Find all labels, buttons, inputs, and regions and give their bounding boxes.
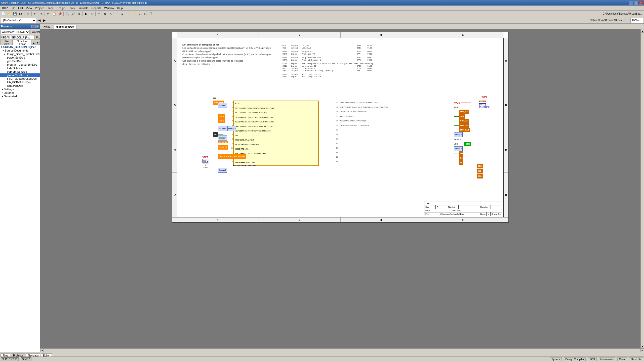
tree-item-global[interactable]: global.SchDoc ▲ [0, 73, 40, 77]
vertical-scrollbar[interactable]: ▲ ▼ [640, 29, 644, 348]
menu-window[interactable]: Window [103, 6, 115, 10]
tb-sheet-label: Sheet [479, 212, 487, 216]
variation-dropdown[interactable]: [No Variations] [1, 18, 36, 23]
status-shortcuts-btn[interactable]: Shortcuts [629, 357, 643, 361]
view-icon-btn2[interactable]: ▼ [36, 41, 39, 45]
variation-next[interactable]: ▶ [42, 18, 46, 22]
tree-item-pcbv3[interactable]: Lib_PCBv3.PcbDoc [0, 80, 40, 84]
menu-file[interactable]: File [9, 6, 17, 10]
select-btn[interactable]: ↖ [108, 11, 113, 17]
scroll-down-btn[interactable]: ▼ [641, 345, 644, 348]
open-btn[interactable]: 📂 [6, 11, 12, 17]
compile-btn[interactable]: ▶ [83, 11, 89, 17]
view-icon-btn1[interactable]: ▲ [32, 41, 35, 45]
bus-btn[interactable]: ≡ [119, 11, 125, 17]
menu-project[interactable]: Project [33, 6, 45, 10]
v3p3-top: V3P3 [481, 96, 487, 98]
tab-home[interactable]: Home [41, 25, 53, 29]
cut-btn[interactable]: ✂ [46, 11, 51, 17]
menu-place[interactable]: Place [45, 6, 55, 10]
tree-item-project[interactable]: ▼ URBAN_BEACON.PrjPcb [0, 45, 40, 49]
tb-file-value: C:\Users\...\global.SchDoc [439, 212, 479, 216]
tb-title-label: Title [424, 202, 451, 205]
project-input[interactable] [1, 35, 34, 40]
scroll-right-btn[interactable]: ► [640, 349, 644, 352]
menu-edit[interactable]: Edit [17, 6, 24, 10]
component-btn[interactable]: □ [143, 11, 148, 17]
zoom-out-btn[interactable]: 🔎 [70, 11, 76, 17]
tree-item-program-debug[interactable]: program_debug.SchDoc [0, 63, 40, 66]
redo-btn[interactable]: ↪ [38, 11, 44, 17]
panel-close-btn[interactable]: ✕ [35, 25, 39, 28]
tree-item-gps[interactable]: gps.SchDoc [0, 59, 40, 63]
menu-help[interactable]: Help [115, 6, 124, 10]
scroll-up-btn[interactable]: ▲ [641, 29, 644, 33]
status-system-btn[interactable]: System [550, 357, 561, 361]
tree-item-settings[interactable]: ▸ Settings [0, 87, 40, 91]
zoom-fit-btn[interactable]: ⊞ [76, 11, 82, 17]
run-btn[interactable]: ▷ [89, 11, 95, 17]
print-btn[interactable]: 🖨 [25, 11, 31, 17]
clear-filter-btn[interactable]: ⊗ [102, 11, 108, 17]
maximize-button[interactable]: □ [634, 1, 638, 5]
left-panel: Projects 📌 ✕ Workspace1.DsnWrk Workspace… [0, 24, 40, 357]
pin-btn[interactable]: → [125, 11, 131, 17]
zoom-input[interactable] [630, 18, 643, 23]
title-block: Title Size A4 Number Revision [424, 202, 502, 216]
menu-dxp[interactable]: DXP [1, 6, 9, 10]
pged-labels: PGED PGEC [218, 114, 225, 123]
menu-reports[interactable]: Reports [90, 6, 103, 10]
v3p3-bottom: V3P3 [203, 156, 209, 158]
new-btn[interactable]: 📄 [1, 11, 6, 17]
tab-global-schdoc[interactable]: global.SchDoc [54, 25, 76, 29]
save-all-btn[interactable]: 🗂 [18, 11, 23, 17]
save-btn[interactable]: 💾 [12, 11, 18, 17]
menu-design[interactable]: Design [55, 6, 67, 10]
tree-item-libraries[interactable]: ▸ Libraries [0, 91, 40, 95]
status-instruments-btn[interactable]: Instruments [599, 357, 615, 361]
menu-simulate[interactable]: Simulate [76, 6, 90, 10]
schematic-viewport[interactable]: 1 2 3 4 A B C D [40, 29, 640, 348]
tb-title-value [451, 202, 502, 205]
menu-view[interactable]: View [24, 6, 33, 10]
netlabel-ss1: SS1 [477, 169, 483, 173]
power-btn[interactable]: ⚡ [131, 11, 137, 17]
pin-sosco: SOSCO/RPA4/T1CK/CTED9/PMA1/RA4 [235, 151, 317, 156]
tb-number-value [459, 205, 479, 209]
tree-item-logo[interactable]: logo.PcbDoc [0, 84, 40, 87]
menu-tools[interactable]: Tools [67, 6, 76, 10]
cross-probe-btn[interactable]: ✛ [96, 11, 102, 17]
paste-btn[interactable]: 📌 [57, 11, 63, 17]
text-btn[interactable]: T [148, 11, 154, 17]
status-clear-btn[interactable]: Clear [617, 357, 627, 361]
status-sch-btn[interactable]: SCH [588, 357, 596, 361]
status-design-compiler-btn[interactable]: Design Compiler [564, 357, 586, 361]
zoom-in-btn[interactable]: 🔍 [64, 11, 70, 17]
variation-prev[interactable]: ◀ [37, 18, 41, 22]
tb-rev-value [491, 205, 502, 209]
tree-item-design-sheet[interactable]: ▸ Design_Sheet_Symbol.SchDoc [0, 52, 40, 56]
close-button[interactable]: ✕ [639, 1, 643, 5]
gnd-btn[interactable]: ⏚ [137, 11, 142, 17]
row-label-left-c: C [172, 128, 177, 173]
row-label-left-b: B [172, 83, 177, 128]
tree-item-leds[interactable]: leds.SchDoc [0, 66, 40, 70]
scroll-left-btn[interactable]: ◄ [40, 349, 44, 352]
col-header-4: 4 [422, 32, 503, 38]
workspace-dropdown[interactable]: Workspace1.DsnWrk [1, 30, 30, 34]
ic-reference: U1 [213, 97, 216, 100]
panel-pin-btn[interactable]: 📌 [31, 25, 35, 28]
undo-btn[interactable]: ↩ [32, 11, 38, 17]
tree-item-power[interactable]: power.SchDoc [0, 56, 40, 59]
tree-item-eeprom[interactable]: eeprom.SchDoc [0, 70, 40, 73]
copy-btn[interactable]: 📋 [51, 11, 57, 17]
minimize-button[interactable]: ─ [629, 1, 633, 5]
tree-item-source-docs[interactable]: ▼ Source Documents [0, 49, 40, 52]
row-label-right-b: B [504, 83, 508, 128]
tree-item-ftdi[interactable]: FTDI_bluetooth.SchDoc [0, 77, 40, 80]
view-tabs: File View Structure Editor ▲ ▼ [0, 40, 40, 45]
tree-item-generated[interactable]: ▸ Generated [0, 95, 40, 98]
horizontal-scrollbar[interactable]: ◄ ► [40, 348, 644, 352]
wire-btn[interactable]: ⌐ [114, 11, 119, 17]
backup4: Backup 4 [218, 135, 227, 141]
